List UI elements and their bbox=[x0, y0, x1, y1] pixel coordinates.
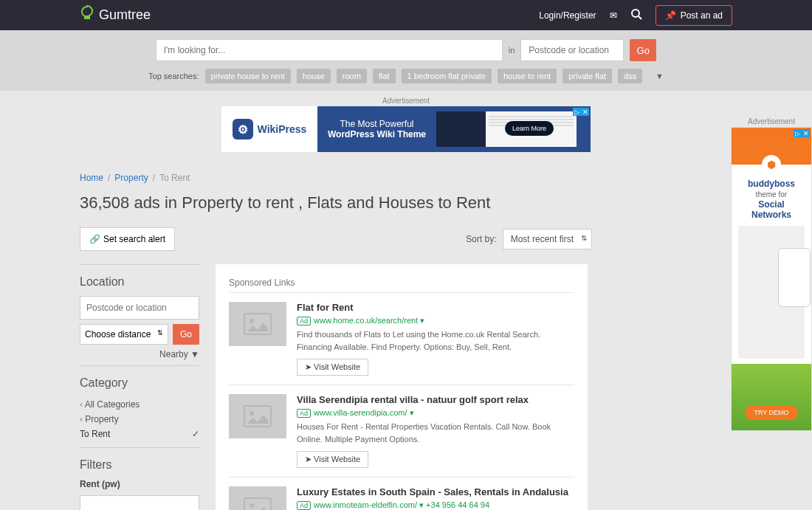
listing-item: Luxury Estates in South Spain - Sales, R… bbox=[229, 477, 574, 510]
brand-name: Gumtree bbox=[99, 7, 151, 23]
ad-close-icon[interactable]: ✕ bbox=[581, 108, 589, 116]
search-input[interactable] bbox=[156, 39, 503, 61]
search-tag[interactable]: house to rent bbox=[498, 69, 557, 83]
search-tag[interactable]: private house to rent bbox=[205, 69, 291, 83]
login-link[interactable]: Login/Register bbox=[539, 10, 596, 21]
ad-label: Advertisement bbox=[80, 97, 732, 105]
ad-close-icon[interactable]: ✕ bbox=[802, 129, 810, 137]
location-title: Location bbox=[80, 275, 199, 289]
listing-item: Villa Serendipia rental villa - natuur g… bbox=[229, 385, 574, 477]
sort-value: Most recent first bbox=[511, 234, 574, 244]
side-line1: Social bbox=[758, 199, 784, 210]
link-icon: 🔗 bbox=[89, 234, 100, 244]
listing-desc: Find thousands of Flats to Let using the… bbox=[297, 328, 574, 353]
listings: Sponsored Links Flat for Rent Adwww.home… bbox=[216, 264, 588, 510]
chevron-down-icon[interactable]: ▼ bbox=[656, 72, 664, 80]
visit-button[interactable]: ➤ Visit Website bbox=[297, 451, 368, 468]
side-ad-container: Advertisement ▷✕ ⬢ buddybosstheme forSoc… bbox=[731, 111, 812, 431]
listing-url[interactable]: Adwww.home.co.uk/search/rent ▾ bbox=[297, 316, 574, 325]
cat-property[interactable]: Property bbox=[80, 412, 199, 427]
category-title: Category bbox=[80, 376, 199, 390]
banner-line2: WordPress Wiki Theme bbox=[328, 129, 426, 139]
learn-more-button[interactable]: Learn More bbox=[505, 121, 554, 136]
banner-ad[interactable]: ⚙WikiPress The Most PowerfulWordPress Wi… bbox=[221, 106, 591, 152]
svg-rect-6 bbox=[244, 498, 271, 510]
breadcrumb-current: To Rent bbox=[159, 173, 190, 183]
tree-icon bbox=[80, 5, 94, 26]
nearby-link[interactable]: Nearby ▼ bbox=[80, 349, 199, 359]
location-go-button[interactable]: Go bbox=[173, 324, 199, 345]
header: Gumtree Login/Register ✉ 📌 Post an ad bbox=[0, 0, 812, 30]
location-input[interactable] bbox=[520, 39, 624, 61]
in-label: in bbox=[509, 46, 515, 55]
top-searches: Top searches: private house to rent hous… bbox=[148, 69, 664, 83]
rent-min-input[interactable] bbox=[80, 495, 199, 510]
search-tag[interactable]: room bbox=[337, 69, 367, 83]
svg-point-0 bbox=[632, 10, 639, 17]
listing-thumb[interactable] bbox=[229, 394, 286, 438]
ad-badge: Ad bbox=[297, 317, 311, 325]
cat-all[interactable]: All Categories bbox=[80, 397, 199, 412]
side-theme: theme for bbox=[756, 190, 787, 199]
post-ad-label: Post an ad bbox=[681, 10, 723, 21]
side-ad[interactable]: ▷✕ ⬢ buddybosstheme forSocialNetworks TR… bbox=[731, 127, 812, 431]
visit-button[interactable]: ➤ Visit Website bbox=[297, 359, 368, 376]
sidebar: Location Choose distance Go Nearby ▼ Cat… bbox=[80, 264, 199, 510]
breadcrumb-property[interactable]: Property bbox=[114, 173, 148, 183]
sort-label: Sort by: bbox=[466, 234, 496, 244]
buddyboss-icon: ⬢ bbox=[762, 155, 781, 174]
svg-line-1 bbox=[639, 16, 641, 19]
listing-desc: Houses For Rent - Rental Properties Vaca… bbox=[297, 421, 574, 445]
distance-select[interactable]: Choose distance bbox=[80, 324, 168, 345]
search-tag[interactable]: dss bbox=[618, 69, 642, 83]
post-ad-button[interactable]: 📌 Post an ad bbox=[656, 5, 732, 26]
top-searches-label: Top searches: bbox=[148, 72, 199, 80]
ad-label: Advertisement bbox=[731, 117, 812, 125]
listing-url[interactable]: Adwww.villa-serendipia.com/ ▾ bbox=[297, 408, 574, 418]
page-title: 36,508 ads in Property to rent , Flats a… bbox=[80, 193, 732, 213]
breadcrumb-home[interactable]: Home bbox=[80, 173, 103, 183]
listing-url[interactable]: Adwww.inmoteam-eldelfin.com/ ▾ +34 956 4… bbox=[297, 500, 574, 510]
sponsored-label: Sponsored Links bbox=[229, 278, 574, 288]
try-demo-button[interactable]: TRY DEMO bbox=[745, 405, 797, 420]
cat-torent[interactable]: To Rent✓ bbox=[80, 427, 199, 441]
sort-select[interactable]: Most recent first bbox=[503, 229, 592, 249]
search-tag[interactable]: private flat bbox=[562, 69, 612, 83]
ad-badge: Ad bbox=[297, 409, 311, 418]
listing-item: Flat for Rent Adwww.home.co.uk/search/re… bbox=[229, 292, 574, 385]
filters-title: Filters bbox=[80, 458, 199, 472]
search-tag[interactable]: flat bbox=[373, 69, 396, 83]
ad-badge: Ad bbox=[297, 501, 311, 510]
breadcrumb: Home/ Property/ To Rent bbox=[80, 173, 732, 183]
listing-title[interactable]: Luxury Estates in South Spain - Sales, R… bbox=[297, 486, 574, 497]
svg-point-7 bbox=[250, 503, 254, 508]
ad-info-icon[interactable]: ▷ bbox=[794, 129, 802, 137]
side-line2: Networks bbox=[751, 210, 791, 220]
search-icon[interactable] bbox=[630, 8, 642, 22]
search-tag[interactable]: 1 bedroom flat private bbox=[402, 69, 492, 83]
search-bar: in Go Top searches: private house to ren… bbox=[0, 30, 812, 91]
logo[interactable]: Gumtree bbox=[80, 5, 151, 26]
set-alert-button[interactable]: 🔗Set search alert bbox=[80, 227, 175, 251]
listing-thumb[interactable] bbox=[229, 486, 286, 510]
rent-label: Rent (pw) bbox=[80, 479, 199, 489]
pin-icon: 📌 bbox=[665, 10, 676, 21]
side-brand: buddyboss bbox=[748, 179, 795, 189]
banner-line1: The Most Powerful bbox=[340, 119, 414, 129]
listing-title[interactable]: Flat for Rent bbox=[297, 302, 574, 313]
listing-title[interactable]: Villa Serendipia rental villa - natuur g… bbox=[297, 394, 574, 405]
search-go-button[interactable]: Go bbox=[630, 39, 656, 61]
sidebar-location-input[interactable] bbox=[80, 296, 199, 320]
alert-label: Set search alert bbox=[103, 234, 165, 244]
search-tag[interactable]: house bbox=[297, 69, 331, 83]
header-actions: Login/Register ✉ 📌 Post an ad bbox=[539, 5, 732, 26]
svg-point-3 bbox=[250, 319, 254, 323]
mail-icon[interactable]: ✉ bbox=[610, 10, 617, 21]
svg-point-5 bbox=[250, 411, 254, 416]
ad-info-icon[interactable]: ▷ bbox=[573, 108, 581, 116]
banner-brand: WikiPress bbox=[258, 123, 307, 135]
check-icon: ✓ bbox=[192, 429, 199, 439]
listing-thumb[interactable] bbox=[229, 302, 286, 346]
